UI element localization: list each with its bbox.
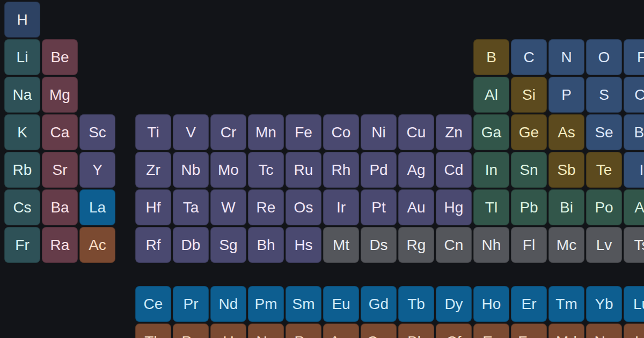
element-mt-tile[interactable]: Mt: [323, 227, 359, 263]
element-n-tile[interactable]: N: [548, 39, 584, 75]
element-mc-tile[interactable]: Mc: [548, 227, 584, 263]
element-zn-tile[interactable]: Zn: [436, 114, 472, 150]
element-ag-tile[interactable]: Ag: [398, 152, 434, 188]
element-ts-tile[interactable]: Ts: [624, 227, 644, 263]
element-h-tile[interactable]: H: [4, 2, 40, 38]
element-mo-tile[interactable]: Mo: [210, 152, 246, 188]
element-ho-tile[interactable]: Ho: [473, 286, 509, 322]
element-cr-tile[interactable]: Cr: [210, 114, 246, 150]
element-po-tile[interactable]: Po: [586, 189, 622, 225]
element-no-tile[interactable]: No: [586, 324, 622, 338]
element-ba-tile[interactable]: Ba: [42, 189, 78, 225]
element-w-tile[interactable]: W: [210, 189, 246, 225]
element-cf-tile[interactable]: Cf: [436, 324, 472, 338]
element-np-tile[interactable]: Np: [248, 324, 284, 338]
element-rf-tile[interactable]: Rf: [135, 227, 171, 263]
element-es-tile[interactable]: Es: [473, 324, 509, 338]
element-ds-tile[interactable]: Ds: [361, 227, 397, 263]
element-cl-tile[interactable]: Cl: [624, 77, 644, 113]
element-tm-tile[interactable]: Tm: [548, 286, 584, 322]
element-s-tile[interactable]: S: [586, 77, 622, 113]
element-f-tile[interactable]: F: [624, 39, 644, 75]
element-pa-tile[interactable]: Pa: [173, 324, 209, 338]
element-mn-tile[interactable]: Mn: [248, 114, 284, 150]
element-i-tile[interactable]: I: [624, 152, 644, 188]
element-sc-tile[interactable]: Sc: [79, 114, 115, 150]
element-zr-tile[interactable]: Zr: [135, 152, 171, 188]
element-te-tile[interactable]: Te: [586, 152, 622, 188]
element-er-tile[interactable]: Er: [511, 286, 547, 322]
element-fe-tile[interactable]: Fe: [286, 114, 321, 150]
element-dy-tile[interactable]: Dy: [436, 286, 472, 322]
element-pb-tile[interactable]: Pb: [511, 189, 547, 225]
element-ra-tile[interactable]: Ra: [42, 227, 78, 263]
element-se-tile[interactable]: Se: [586, 114, 622, 150]
element-rg-tile[interactable]: Rg: [398, 227, 434, 263]
element-b-tile[interactable]: B: [473, 39, 509, 75]
element-cu-tile[interactable]: Cu: [398, 114, 434, 150]
element-co-tile[interactable]: Co: [323, 114, 359, 150]
element-cs-tile[interactable]: Cs: [4, 189, 40, 225]
element-fm-tile[interactable]: Fm: [511, 324, 547, 338]
element-bh-tile[interactable]: Bh: [248, 227, 284, 263]
element-be-tile[interactable]: Be: [42, 39, 78, 75]
element-k-tile[interactable]: K: [4, 114, 40, 150]
element-lr-tile[interactable]: Lr: [624, 324, 644, 338]
element-db-tile[interactable]: Db: [173, 227, 209, 263]
element-ga-tile[interactable]: Ga: [473, 114, 509, 150]
element-ti-tile[interactable]: Ti: [135, 114, 171, 150]
element-ac-tile[interactable]: Ac: [79, 227, 115, 263]
element-la-tile[interactable]: La: [79, 189, 115, 225]
element-hg-tile[interactable]: Hg: [436, 189, 472, 225]
element-in-tile[interactable]: In: [473, 152, 509, 188]
element-hs-tile[interactable]: Hs: [286, 227, 321, 263]
element-p-tile[interactable]: P: [548, 77, 584, 113]
element-pr-tile[interactable]: Pr: [173, 286, 209, 322]
element-tb-tile[interactable]: Tb: [398, 286, 434, 322]
element-re-tile[interactable]: Re: [248, 189, 284, 225]
element-cd-tile[interactable]: Cd: [436, 152, 472, 188]
element-os-tile[interactable]: Os: [286, 189, 321, 225]
element-ta-tile[interactable]: Ta: [173, 189, 209, 225]
element-sr-tile[interactable]: Sr: [42, 152, 78, 188]
element-tl-tile[interactable]: Tl: [473, 189, 509, 225]
element-rb-tile[interactable]: Rb: [4, 152, 40, 188]
element-pt-tile[interactable]: Pt: [361, 189, 397, 225]
element-at-tile[interactable]: At: [624, 189, 644, 225]
element-nd-tile[interactable]: Nd: [210, 286, 246, 322]
element-pu-tile[interactable]: Pu: [286, 324, 321, 338]
element-pm-tile[interactable]: Pm: [248, 286, 284, 322]
element-cn-tile[interactable]: Cn: [436, 227, 472, 263]
element-v-tile[interactable]: V: [173, 114, 209, 150]
element-au-tile[interactable]: Au: [398, 189, 434, 225]
element-nh-tile[interactable]: Nh: [473, 227, 509, 263]
element-as-tile[interactable]: As: [548, 114, 584, 150]
element-u-tile[interactable]: U: [210, 324, 246, 338]
element-br-tile[interactable]: Br: [624, 114, 644, 150]
element-bk-tile[interactable]: Bk: [398, 324, 434, 338]
element-th-tile[interactable]: Th: [135, 324, 171, 338]
element-mg-tile[interactable]: Mg: [42, 77, 78, 113]
element-c-tile[interactable]: C: [511, 39, 547, 75]
element-sm-tile[interactable]: Sm: [286, 286, 321, 322]
element-gd-tile[interactable]: Gd: [361, 286, 397, 322]
element-ru-tile[interactable]: Ru: [286, 152, 321, 188]
element-lv-tile[interactable]: Lv: [586, 227, 622, 263]
element-al-tile[interactable]: Al: [473, 77, 509, 113]
element-ce-tile[interactable]: Ce: [135, 286, 171, 322]
element-sg-tile[interactable]: Sg: [210, 227, 246, 263]
element-pd-tile[interactable]: Pd: [361, 152, 397, 188]
element-y-tile[interactable]: Y: [79, 152, 115, 188]
element-tc-tile[interactable]: Tc: [248, 152, 284, 188]
element-ca-tile[interactable]: Ca: [42, 114, 78, 150]
element-li-tile[interactable]: Li: [4, 39, 40, 75]
element-md-tile[interactable]: Md: [548, 324, 584, 338]
element-o-tile[interactable]: O: [586, 39, 622, 75]
element-cm-tile[interactable]: Cm: [361, 324, 397, 338]
element-rh-tile[interactable]: Rh: [323, 152, 359, 188]
element-ge-tile[interactable]: Ge: [511, 114, 547, 150]
element-sb-tile[interactable]: Sb: [548, 152, 584, 188]
element-am-tile[interactable]: Am: [323, 324, 359, 338]
element-fl-tile[interactable]: Fl: [511, 227, 547, 263]
element-si-tile[interactable]: Si: [511, 77, 547, 113]
